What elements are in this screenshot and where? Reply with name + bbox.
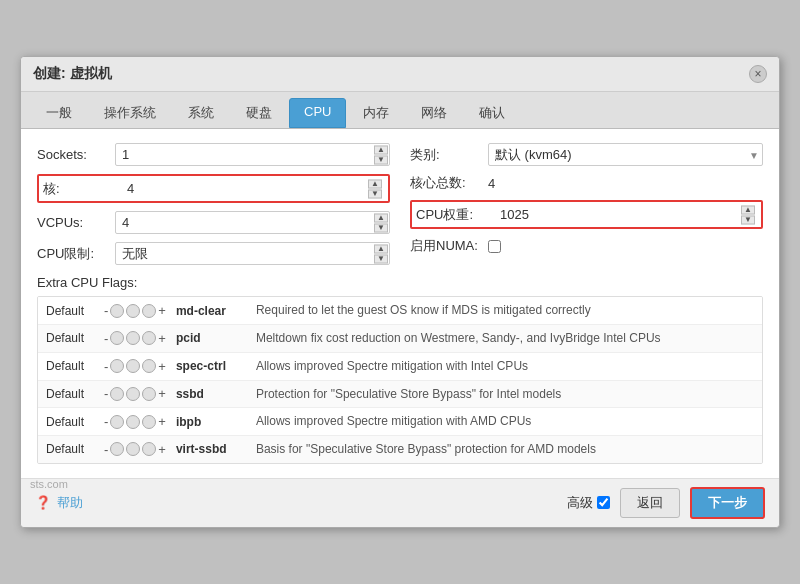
flags-section: Extra CPU Flags: Default - + md-clear Re… <box>37 275 763 464</box>
cpu-limit-input[interactable] <box>115 242 390 265</box>
sockets-up[interactable]: ▲ <box>374 145 388 154</box>
advanced-label: 高级 <box>567 494 593 512</box>
cpu-weight-input[interactable] <box>494 204 757 225</box>
flag-row: Default - + spec-ctrl Allows improved Sp… <box>38 353 762 381</box>
total-cores-row: 核心总数: 4 <box>410 174 763 192</box>
flag-toggle-0[interactable]: - + <box>104 303 166 318</box>
flag-circle2-0 <box>126 304 140 318</box>
help-label: 帮助 <box>57 494 83 512</box>
flag-toggle-4[interactable]: - + <box>104 414 166 429</box>
flag-circle3-1 <box>142 331 156 345</box>
cpu-limit-down[interactable]: ▼ <box>374 254 388 263</box>
category-select-wrap: 默认 (kvm64) ▼ <box>488 143 763 166</box>
flag-circle2-5 <box>126 442 140 456</box>
sockets-input-wrap: ▲ ▼ <box>115 143 390 166</box>
sockets-label: Sockets: <box>37 147 107 162</box>
flag-name-3: ssbd <box>176 387 246 401</box>
flag-toggle-3[interactable]: - + <box>104 386 166 401</box>
numa-checkbox[interactable] <box>488 240 501 253</box>
vcpus-row: VCPUs: ▲ ▼ <box>37 211 390 234</box>
vcpus-spinners: ▲ ▼ <box>374 213 388 232</box>
vcpus-input[interactable] <box>115 211 390 234</box>
dialog-title: 创建: 虚拟机 <box>33 65 112 83</box>
numa-row: 启用NUMA: <box>410 237 763 255</box>
flag-minus-3[interactable]: - <box>104 386 108 401</box>
cpu-weight-label: CPU权重: <box>416 206 486 224</box>
tab-os[interactable]: 操作系统 <box>89 98 171 128</box>
cpu-limit-up[interactable]: ▲ <box>374 244 388 253</box>
tab-cpu[interactable]: CPU <box>289 98 346 128</box>
flag-row: Default - + virt-ssbd Basis for "Specula… <box>38 436 762 463</box>
flag-name-2: spec-ctrl <box>176 359 246 373</box>
vcpus-input-wrap: ▲ ▼ <box>115 211 390 234</box>
flag-default-0: Default <box>46 304 94 318</box>
cpu-limit-label: CPU限制: <box>37 245 107 263</box>
close-button[interactable]: × <box>749 65 767 83</box>
flag-default-1: Default <box>46 331 94 345</box>
flag-plus-0[interactable]: + <box>158 303 166 318</box>
help-button[interactable]: ❓ 帮助 <box>35 494 83 512</box>
vcpus-label: VCPUs: <box>37 215 107 230</box>
cpu-weight-down[interactable]: ▼ <box>741 215 755 224</box>
vcpus-down[interactable]: ▼ <box>374 223 388 232</box>
advanced-checkbox[interactable] <box>597 496 610 509</box>
flag-minus-0[interactable]: - <box>104 303 108 318</box>
flags-title: Extra CPU Flags: <box>37 275 763 290</box>
cpu-limit-input-wrap: ▲ ▼ <box>115 242 390 265</box>
flag-circle3-2 <box>142 359 156 373</box>
cpu-weight-row: CPU权重: ▲ ▼ <box>410 200 763 229</box>
vcpus-up[interactable]: ▲ <box>374 213 388 222</box>
flag-row: Default - + ibpb Allows improved Spectre… <box>38 408 762 436</box>
flag-desc-5: Basis for "Speculative Store Bypass" pro… <box>256 441 754 458</box>
flag-toggle-2[interactable]: - + <box>104 359 166 374</box>
flag-plus-4[interactable]: + <box>158 414 166 429</box>
content-area: Sockets: ▲ ▼ 核: <box>21 129 779 478</box>
next-button[interactable]: 下一步 <box>690 487 765 519</box>
flag-circle3-0 <box>142 304 156 318</box>
flag-name-1: pcid <box>176 331 246 345</box>
flag-minus-4[interactable]: - <box>104 414 108 429</box>
flags-scroll[interactable]: Default - + md-clear Required to let the… <box>38 297 762 463</box>
flag-circle1-4 <box>110 415 124 429</box>
flag-minus-2[interactable]: - <box>104 359 108 374</box>
tab-disk[interactable]: 硬盘 <box>231 98 287 128</box>
flag-minus-5[interactable]: - <box>104 442 108 457</box>
total-cores-label: 核心总数: <box>410 174 480 192</box>
flag-default-5: Default <box>46 442 94 456</box>
flag-plus-3[interactable]: + <box>158 386 166 401</box>
cores-label: 核: <box>43 180 113 198</box>
flag-plus-1[interactable]: + <box>158 331 166 346</box>
sockets-input[interactable] <box>115 143 390 166</box>
flag-plus-2[interactable]: + <box>158 359 166 374</box>
category-label: 类别: <box>410 146 480 164</box>
back-button[interactable]: 返回 <box>620 488 680 518</box>
flag-circle3-5 <box>142 442 156 456</box>
flag-minus-1[interactable]: - <box>104 331 108 346</box>
category-select[interactable]: 默认 (kvm64) <box>488 143 763 166</box>
flag-plus-5[interactable]: + <box>158 442 166 457</box>
tab-system[interactable]: 系统 <box>173 98 229 128</box>
tab-confirm[interactable]: 确认 <box>464 98 520 128</box>
flag-toggle-5[interactable]: - + <box>104 442 166 457</box>
flag-circle2-3 <box>126 387 140 401</box>
flag-circle3-3 <box>142 387 156 401</box>
flag-toggle-1[interactable]: - + <box>104 331 166 346</box>
flag-name-5: virt-ssbd <box>176 442 246 456</box>
cpu-weight-spinners: ▲ ▼ <box>741 205 755 224</box>
tab-general[interactable]: 一般 <box>31 98 87 128</box>
flag-row: Default - + ssbd Protection for "Specula… <box>38 381 762 409</box>
cores-up[interactable]: ▲ <box>368 179 382 188</box>
sockets-down[interactable]: ▼ <box>374 155 388 164</box>
tab-bar: 一般操作系统系统硬盘CPU内存网络确认 <box>21 92 779 129</box>
watermark: sts.com <box>30 478 68 490</box>
tab-network[interactable]: 网络 <box>406 98 462 128</box>
flag-circle2-2 <box>126 359 140 373</box>
flag-desc-0: Required to let the guest OS know if MDS… <box>256 302 754 319</box>
flag-circle2-4 <box>126 415 140 429</box>
sockets-row: Sockets: ▲ ▼ <box>37 143 390 166</box>
cores-down[interactable]: ▼ <box>368 189 382 198</box>
cpu-weight-up[interactable]: ▲ <box>741 205 755 214</box>
numa-label: 启用NUMA: <box>410 237 480 255</box>
cores-input[interactable] <box>121 178 384 199</box>
tab-memory[interactable]: 内存 <box>348 98 404 128</box>
